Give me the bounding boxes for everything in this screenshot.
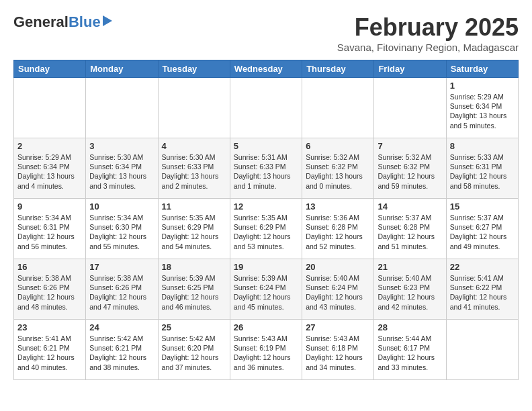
logo-arrow-icon [103,15,112,26]
day-number: 21 [378,262,442,272]
day-number: 2 [17,141,82,151]
calendar-cell: 20Sunrise: 5:40 AM Sunset: 6:24 PM Dayli… [302,259,374,320]
day-number: 24 [89,322,154,332]
calendar-cell: 6Sunrise: 5:32 AM Sunset: 6:32 PM Daylig… [302,138,374,199]
day-info: Sunrise: 5:33 AM Sunset: 6:31 PM Dayligh… [450,152,515,191]
day-info: Sunrise: 5:37 AM Sunset: 6:28 PM Dayligh… [378,213,442,251]
calendar-week-row: 23Sunrise: 5:41 AM Sunset: 6:21 PM Dayli… [14,320,519,380]
calendar-cell: 3Sunrise: 5:30 AM Sunset: 6:34 PM Daylig… [86,138,158,199]
weekday-header-thursday: Thursday [302,60,374,78]
day-number: 28 [378,322,442,332]
location-subtitle: Savana, Fitovinany Region, Madagascar [337,42,519,53]
day-info: Sunrise: 5:31 AM Sunset: 6:33 PM Dayligh… [234,152,298,191]
calendar-cell: 2Sunrise: 5:29 AM Sunset: 6:34 PM Daylig… [14,138,86,199]
calendar-header-row: SundayMondayTuesdayWednesdayThursdayFrid… [14,60,519,78]
day-number: 3 [89,141,154,151]
calendar-week-row: 9Sunrise: 5:34 AM Sunset: 6:31 PM Daylig… [14,199,519,259]
day-info: Sunrise: 5:39 AM Sunset: 6:24 PM Dayligh… [234,273,298,312]
calendar-cell: 17Sunrise: 5:38 AM Sunset: 6:26 PM Dayli… [86,259,158,320]
day-number: 12 [234,201,298,212]
title-block: February 2025 Savana, Fitovinany Region,… [337,13,519,53]
calendar-cell [302,78,374,138]
weekday-header-friday: Friday [374,60,446,78]
calendar-cell: 25Sunrise: 5:42 AM Sunset: 6:20 PM Dayli… [158,320,230,380]
day-number: 20 [306,262,370,272]
calendar-cell: 15Sunrise: 5:37 AM Sunset: 6:27 PM Dayli… [446,199,518,259]
calendar-week-row: 16Sunrise: 5:38 AM Sunset: 6:26 PM Dayli… [14,259,519,320]
calendar-cell: 8Sunrise: 5:33 AM Sunset: 6:31 PM Daylig… [446,138,518,199]
calendar-cell: 21Sunrise: 5:40 AM Sunset: 6:23 PM Dayli… [374,259,446,320]
day-info: Sunrise: 5:35 AM Sunset: 6:29 PM Dayligh… [234,213,298,251]
logo-general-text: General [13,13,69,31]
calendar-cell [230,78,302,138]
day-number: 18 [162,262,226,272]
day-info: Sunrise: 5:36 AM Sunset: 6:28 PM Dayligh… [306,213,370,251]
day-number: 6 [306,141,370,151]
calendar-cell: 19Sunrise: 5:39 AM Sunset: 6:24 PM Dayli… [230,259,302,320]
calendar-cell: 26Sunrise: 5:43 AM Sunset: 6:19 PM Dayli… [230,320,302,380]
day-number: 4 [162,141,226,151]
calendar-week-row: 2Sunrise: 5:29 AM Sunset: 6:34 PM Daylig… [14,138,519,199]
day-info: Sunrise: 5:43 AM Sunset: 6:19 PM Dayligh… [234,334,298,372]
day-info: Sunrise: 5:43 AM Sunset: 6:18 PM Dayligh… [306,334,370,372]
day-info: Sunrise: 5:29 AM Sunset: 6:34 PM Dayligh… [17,152,82,191]
day-number: 23 [17,322,82,332]
logo: General Blue [13,13,112,31]
day-number: 10 [89,201,154,212]
day-number: 19 [234,262,298,272]
weekday-header-monday: Monday [86,60,158,78]
calendar-week-row: 1Sunrise: 5:29 AM Sunset: 6:34 PM Daylig… [14,78,519,138]
calendar-cell [14,78,86,138]
day-number: 8 [450,141,515,151]
calendar-cell: 24Sunrise: 5:42 AM Sunset: 6:21 PM Dayli… [86,320,158,380]
day-info: Sunrise: 5:38 AM Sunset: 6:26 PM Dayligh… [17,273,82,312]
day-number: 17 [89,262,154,272]
calendar-cell [446,320,518,380]
calendar-table: SundayMondayTuesdayWednesdayThursdayFrid… [13,60,519,380]
day-number: 27 [306,322,370,332]
day-number: 9 [17,201,82,212]
calendar-cell: 23Sunrise: 5:41 AM Sunset: 6:21 PM Dayli… [14,320,86,380]
weekday-header-wednesday: Wednesday [230,60,302,78]
day-info: Sunrise: 5:42 AM Sunset: 6:20 PM Dayligh… [162,334,226,372]
day-number: 16 [17,262,82,272]
weekday-header-saturday: Saturday [446,60,518,78]
page-header: General Blue February 2025 Savana, Fitov… [13,13,519,53]
day-number: 22 [450,262,515,272]
day-info: Sunrise: 5:34 AM Sunset: 6:31 PM Dayligh… [17,213,82,251]
day-number: 11 [162,201,226,212]
calendar-cell: 18Sunrise: 5:39 AM Sunset: 6:25 PM Dayli… [158,259,230,320]
calendar-cell: 12Sunrise: 5:35 AM Sunset: 6:29 PM Dayli… [230,199,302,259]
calendar-cell [86,78,158,138]
day-info: Sunrise: 5:44 AM Sunset: 6:17 PM Dayligh… [378,334,442,372]
day-info: Sunrise: 5:40 AM Sunset: 6:24 PM Dayligh… [306,273,370,312]
day-info: Sunrise: 5:34 AM Sunset: 6:30 PM Dayligh… [89,213,154,251]
calendar-cell: 28Sunrise: 5:44 AM Sunset: 6:17 PM Dayli… [374,320,446,380]
day-info: Sunrise: 5:30 AM Sunset: 6:33 PM Dayligh… [162,152,226,191]
day-info: Sunrise: 5:42 AM Sunset: 6:21 PM Dayligh… [89,334,154,372]
day-info: Sunrise: 5:29 AM Sunset: 6:34 PM Dayligh… [450,92,515,130]
calendar-cell: 11Sunrise: 5:35 AM Sunset: 6:29 PM Dayli… [158,199,230,259]
day-info: Sunrise: 5:32 AM Sunset: 6:32 PM Dayligh… [306,152,370,191]
calendar-cell: 13Sunrise: 5:36 AM Sunset: 6:28 PM Dayli… [302,199,374,259]
calendar-cell: 7Sunrise: 5:32 AM Sunset: 6:32 PM Daylig… [374,138,446,199]
day-number: 1 [450,81,515,91]
calendar-cell: 4Sunrise: 5:30 AM Sunset: 6:33 PM Daylig… [158,138,230,199]
weekday-header-sunday: Sunday [14,60,86,78]
calendar-cell: 5Sunrise: 5:31 AM Sunset: 6:33 PM Daylig… [230,138,302,199]
calendar-cell: 22Sunrise: 5:41 AM Sunset: 6:22 PM Dayli… [446,259,518,320]
day-info: Sunrise: 5:39 AM Sunset: 6:25 PM Dayligh… [162,273,226,312]
day-info: Sunrise: 5:41 AM Sunset: 6:22 PM Dayligh… [450,273,515,312]
calendar-cell: 14Sunrise: 5:37 AM Sunset: 6:28 PM Dayli… [374,199,446,259]
day-info: Sunrise: 5:35 AM Sunset: 6:29 PM Dayligh… [162,213,226,251]
logo-blue-text: Blue [69,13,101,31]
day-number: 15 [450,201,515,212]
day-info: Sunrise: 5:30 AM Sunset: 6:34 PM Dayligh… [89,152,154,191]
calendar-cell [158,78,230,138]
day-info: Sunrise: 5:38 AM Sunset: 6:26 PM Dayligh… [89,273,154,312]
day-number: 7 [378,141,442,151]
day-number: 13 [306,201,370,212]
day-info: Sunrise: 5:37 AM Sunset: 6:27 PM Dayligh… [450,213,515,251]
weekday-header-tuesday: Tuesday [158,60,230,78]
month-title: February 2025 [337,13,519,42]
